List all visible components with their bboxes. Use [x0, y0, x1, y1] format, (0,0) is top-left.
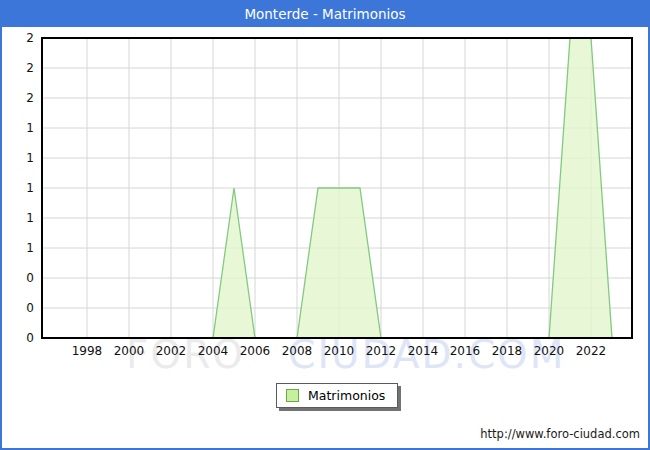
legend-label: Matrimonios [308, 388, 385, 403]
y-tick-label: 1 [26, 121, 34, 135]
y-tick-label: 1 [26, 181, 34, 195]
x-tick-label: 2000 [114, 344, 145, 358]
y-tick-label: 0 [26, 301, 34, 315]
y-tick-label: 2 [26, 31, 34, 45]
x-tick-label: 2002 [156, 344, 187, 358]
footer-url: http://www.foro-ciudad.com [480, 427, 640, 441]
x-tick-label: 2008 [282, 344, 313, 358]
x-tick-label: 2020 [534, 344, 565, 358]
x-tick-label: 2010 [324, 344, 355, 358]
x-tick-label: 2022 [576, 344, 607, 358]
x-tick-label: 2016 [450, 344, 481, 358]
legend-swatch-icon [286, 389, 299, 402]
x-tick-label: 2018 [492, 344, 523, 358]
y-tick-label: 0 [26, 271, 34, 285]
y-tick-label: 1 [26, 241, 34, 255]
y-tick-label: 0 [26, 331, 34, 345]
x-tick-label: 2014 [408, 344, 439, 358]
x-tick-label: 1998 [72, 344, 103, 358]
legend: Matrimonios [276, 383, 398, 408]
x-tick-label: 2006 [240, 344, 271, 358]
y-tick-label: 2 [26, 91, 34, 105]
chart-window: Monterde - Matrimonios FORO CIUDAD.COM 0… [0, 0, 650, 450]
x-tick-label: 2004 [198, 344, 229, 358]
x-tick-label: 2012 [366, 344, 397, 358]
y-tick-label: 1 [26, 151, 34, 165]
y-tick-label: 2 [26, 61, 34, 75]
y-tick-label: 1 [26, 211, 34, 225]
